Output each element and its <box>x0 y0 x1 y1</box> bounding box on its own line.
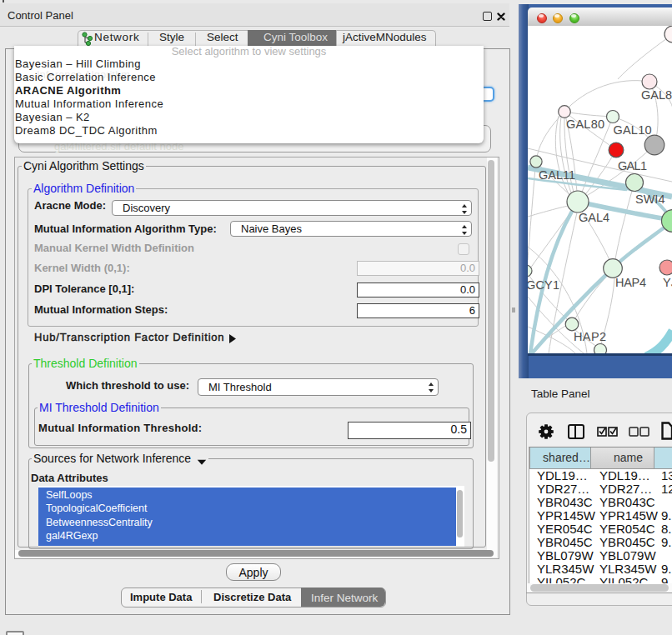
svg-text:GAL4: GAL4 <box>579 211 609 224</box>
svg-text:SWI4: SWI4 <box>635 192 664 206</box>
svg-text:GAL1: GAL1 <box>618 159 647 172</box>
svg-text:YJ: YJ <box>663 276 672 289</box>
svg-text:HAP4: HAP4 <box>615 276 646 289</box>
svg-text:GAL10: GAL10 <box>614 123 652 137</box>
svg-text:GAL80: GAL80 <box>566 118 604 131</box>
svg-text:GCY1: GCY1 <box>528 278 559 292</box>
svg-text:GAL8: GAL8 <box>641 88 672 102</box>
svg-text:GAL11: GAL11 <box>539 168 575 182</box>
svg-text:HAP2: HAP2 <box>574 330 606 343</box>
